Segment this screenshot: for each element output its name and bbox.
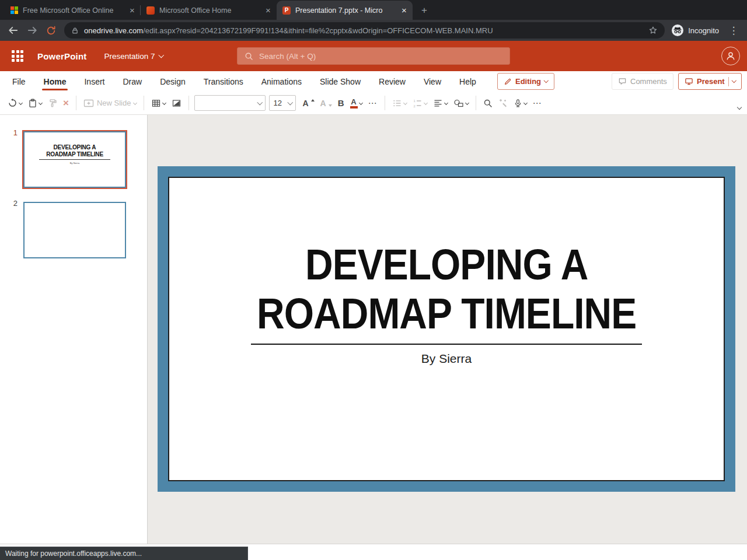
shrink-font-button[interactable]: A [317,94,335,112]
table-button[interactable] [148,94,169,112]
delete-button[interactable]: × [60,94,72,112]
dictate-button[interactable] [511,94,530,112]
slide-thumbnail-content [23,202,126,258]
designer-button[interactable] [495,94,511,112]
forward-button[interactable] [23,22,41,39]
editing-label: Editing [515,77,541,86]
search-input[interactable]: Search (Alt + Q) [237,47,510,65]
table-icon [151,99,161,108]
app-name[interactable]: PowerPoint [37,51,87,61]
account-button[interactable] [721,47,740,65]
find-button[interactable] [480,94,495,112]
browser-menu-button[interactable]: ⋮ [725,22,742,39]
app-launcher-button[interactable] [7,46,28,66]
ribbon-tab-draw[interactable]: Draw [123,71,142,92]
browser-tab-presentation[interactable]: P Presentation 7.pptx - Micro × [277,1,413,20]
more-commands-button[interactable]: ⋯ [530,94,545,112]
shapes-button[interactable] [451,94,472,112]
bullets-icon [392,99,402,108]
slide-background: DEVELOPING A ROADMAP TIMELINE By Sierra [168,177,725,481]
thumbnail-title-line-1: DEVELOPING A [46,144,103,151]
reload-button[interactable] [42,22,60,39]
ribbon-tab-transitions[interactable]: Transitions [204,71,243,92]
tab-title: Presentation 7.pptx - Micro [295,6,395,15]
tab-close-icon[interactable]: × [263,5,273,15]
slide-thumbnail-panel: 1 DEVELOPING A ROADMAP TIMELINE By Sierr… [0,115,148,544]
slide-thumbnail-2[interactable] [22,201,127,260]
tab-title: Microsoft Office Home [159,6,259,15]
ribbon-tab-home[interactable]: Home [44,71,67,92]
ribbon-tab-file[interactable]: File [12,71,26,92]
tab-close-icon[interactable]: × [399,5,409,15]
bold-button[interactable]: B [335,94,347,112]
numbering-icon: 12 [413,99,423,108]
slide-title[interactable]: DEVELOPING A ROADMAP TIMELINE [257,240,636,338]
slide-number: 1 [5,128,18,189]
caret-down-icon [329,104,332,107]
ribbon-tab-slide-show[interactable]: Slide Show [320,71,361,92]
font-name-select[interactable] [194,95,266,111]
chevron-down-icon [523,100,528,104]
app-header: PowerPoint Presentation 7 Search (Alt + … [0,41,747,71]
chevron-down-icon [444,100,448,104]
new-slide-button[interactable]: New Slide [81,94,140,112]
chevron-down-icon[interactable] [732,78,736,83]
loading-status-text: Waiting for powerpoint.officeapps.live.c… [5,550,142,558]
ribbon-tab-animations[interactable]: Animations [261,71,302,92]
workspace: 1 DEVELOPING A ROADMAP TIMELINE By Sierr… [0,115,747,544]
slide-canvas[interactable]: DEVELOPING A ROADMAP TIMELINE By Sierra [148,115,747,544]
incognito-label: Incognito [688,26,719,35]
ribbon-tab-insert[interactable]: Insert [84,71,104,92]
font-color-button[interactable]: A [347,94,365,112]
thumbnail-title-line-2: ROADMAP TIMELINE [46,151,103,158]
divider [76,96,76,110]
numbering-button[interactable]: 12 [410,94,430,112]
comment-icon [618,77,627,86]
back-button[interactable] [5,22,22,39]
chevron-down-icon [424,100,428,104]
undo-button[interactable] [5,94,25,112]
browser-tab-strip: Free Microsoft Office Online × Microsoft… [0,0,747,20]
chevron-down-icon [288,99,293,104]
editing-mode-button[interactable]: Editing [497,73,554,90]
magic-wand-icon [498,99,508,108]
bullets-button[interactable] [389,94,410,112]
comments-button[interactable]: Comments [612,73,673,90]
slide-thumbnail-1[interactable]: DEVELOPING A ROADMAP TIMELINE By Sierra [22,130,127,189]
address-bar[interactable]: onedrive.live.com/edit.aspx?resid=204213… [64,22,665,38]
collapse-ribbon-button[interactable] [738,101,741,111]
ribbon-tab-view[interactable]: View [424,71,441,92]
ribbon-tab-review[interactable]: Review [379,71,406,92]
url-domain: onedrive.live.com [84,26,143,35]
paste-button[interactable] [25,94,45,112]
slide-number: 2 [5,199,18,260]
slide-subtitle[interactable]: By Sierra [421,352,472,366]
browser-tab-office-online[interactable]: Free Microsoft Office Online × [5,1,141,20]
chevron-down-icon [737,105,742,110]
document-name-button[interactable]: Presentation 7 [104,52,163,61]
font-size-select[interactable]: 12 [269,95,296,111]
ribbon-tab-design[interactable]: Design [160,71,186,92]
grow-font-button[interactable]: A [299,94,317,112]
clipboard-icon [28,99,37,108]
new-slide-label: New Slide [97,99,131,107]
more-font-options-button[interactable]: ⋯ [365,94,381,112]
slide-1[interactable]: DEVELOPING A ROADMAP TIMELINE By Sierra [158,166,735,492]
chevron-down-icon [465,100,469,104]
home-ribbon-toolbar: × New Slide 12 A A B A ⋯ 12 [0,92,747,115]
bookmark-star-icon[interactable] [648,26,658,35]
present-button[interactable]: Present [678,73,742,90]
chevron-down-icon [158,52,163,58]
ribbon-tab-bar: File Home Insert Draw Design Transitions… [0,71,747,92]
tab-title: Free Microsoft Office Online [23,6,123,15]
office-logo-icon [146,6,155,15]
align-button[interactable] [430,94,451,112]
browser-tab-office-home[interactable]: Microsoft Office Home × [141,1,277,20]
format-painter-button[interactable] [45,94,60,112]
incognito-badge: Incognito [669,24,724,36]
slide-title-underline [251,344,642,345]
tab-close-icon[interactable]: × [127,5,137,15]
picture-button[interactable] [169,94,184,112]
new-tab-button[interactable]: + [416,2,432,19]
ribbon-tab-help[interactable]: Help [459,71,476,92]
